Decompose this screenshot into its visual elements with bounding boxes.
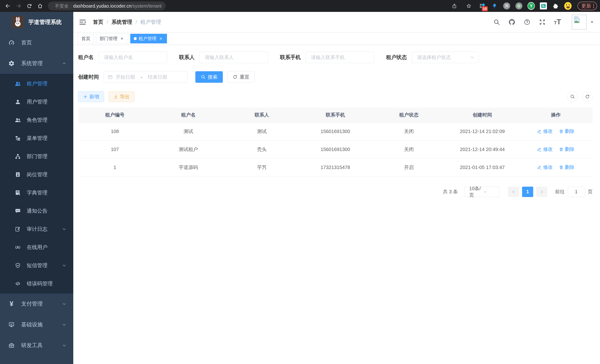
goto-page-input[interactable] xyxy=(568,187,585,197)
tab-label: 部门管理 xyxy=(100,36,117,42)
extension-grid-diamond[interactable]: 10 xyxy=(478,2,486,10)
chevron-down-icon xyxy=(62,343,67,348)
sidebar-item-post[interactable]: 岗位管理 xyxy=(0,166,73,184)
extension-y-logo[interactable]: Y xyxy=(527,2,535,10)
sidebar-item-dept[interactable]: 部门管理 xyxy=(0,147,73,166)
tab-home[interactable]: 首页 xyxy=(78,34,94,43)
tab-label: 首页 xyxy=(81,36,90,42)
cell-phone: 17321315478 xyxy=(299,159,372,177)
delete-link-label: 删除 xyxy=(565,164,575,170)
tenant-name-input[interactable] xyxy=(99,52,167,63)
sidebar-item-menu[interactable]: 菜单管理 xyxy=(0,129,73,147)
sidebar-item-sms[interactable]: 短信管理 xyxy=(0,256,73,275)
contact-input[interactable] xyxy=(199,52,268,63)
app-logo-row[interactable]: 芋道管理系统 xyxy=(0,12,73,32)
status-select[interactable]: 请选择租户状态 xyxy=(412,52,478,63)
sidebar-item-online-user[interactable]: 在线用户 xyxy=(0,238,73,256)
toggle-search-button[interactable] xyxy=(567,92,578,102)
extension-kite[interactable] xyxy=(491,2,498,10)
id-badge-icon xyxy=(15,172,21,177)
edit-link-label: 修改 xyxy=(543,146,553,152)
sidebar: 芋道管理系统 首页 系统管理 租户管理 用户管理 xyxy=(0,12,73,364)
phone-input[interactable] xyxy=(306,52,374,63)
close-icon[interactable]: × xyxy=(119,36,124,41)
sidebar-item-infra[interactable]: 基础设施 xyxy=(0,314,73,335)
end-date-placeholder: 结束日期 xyxy=(148,74,167,80)
filter-contact: 联系人 xyxy=(179,52,268,63)
browser-forward-button[interactable] xyxy=(14,1,23,11)
delete-link[interactable]: 删除 xyxy=(559,128,575,134)
dictionary-icon xyxy=(15,190,21,196)
cell-tenant-id: 108 xyxy=(78,122,151,140)
address-bar[interactable]: 不安全 dashboard.yudao.iocoder.cn/system/te… xyxy=(48,1,166,10)
reset-button[interactable]: 重置 xyxy=(227,71,255,83)
page-size-select[interactable]: 10条/页 xyxy=(465,187,500,197)
bookmark-star-button[interactable] xyxy=(464,1,474,11)
forward-arrow-icon xyxy=(16,3,21,9)
tab-tenant[interactable]: 租户管理 × xyxy=(130,34,167,43)
breadcrumb-system[interactable]: 系统管理 xyxy=(112,19,132,26)
extension-gray-dot[interactable] xyxy=(515,2,523,10)
header-search-button[interactable] xyxy=(493,19,500,26)
delete-link[interactable]: 删除 xyxy=(559,164,575,170)
search-button[interactable]: 搜索 xyxy=(195,71,223,83)
sidebar-item-dict[interactable]: 字典管理 xyxy=(0,184,73,202)
edit-link[interactable]: 修改 xyxy=(537,128,553,134)
close-icon[interactable]: × xyxy=(158,36,163,41)
extension-command[interactable]: ⌘ xyxy=(503,2,510,10)
date-range-picker[interactable]: 开始日期 - 结束日期 xyxy=(104,71,188,83)
breadcrumb-separator: / xyxy=(107,19,108,25)
sidebar-item-audit-log[interactable]: 审计日志 xyxy=(0,220,73,238)
table-toolbar: 新增 导出 xyxy=(78,91,593,102)
sidebar-item-devtools[interactable]: 研发工具 xyxy=(0,335,73,356)
sidebar-item-notice[interactable]: 通知公告 xyxy=(0,202,73,220)
calendar-icon xyxy=(108,75,113,80)
sidebar-item-user[interactable]: 用户管理 xyxy=(0,93,73,111)
sidebar-item-label: 租户管理 xyxy=(27,80,47,87)
browser-update-button[interactable]: 更新 xyxy=(578,2,597,10)
sidebar-item-home[interactable]: 首页 xyxy=(0,32,73,53)
edit-link[interactable]: 修改 xyxy=(537,164,553,170)
puzzle-icon xyxy=(553,3,559,9)
table-row[interactable]: 1 芋道源码 芋艿 17321315478 开启 2021-01-05 17:0… xyxy=(78,159,593,177)
refresh-table-button[interactable] xyxy=(582,92,593,102)
cell-created: 2021-12-14 20:49:44 xyxy=(446,140,519,159)
font-size-button[interactable]: TT xyxy=(554,18,561,26)
user-avatar-menu[interactable] xyxy=(572,15,594,29)
help-button[interactable] xyxy=(524,19,531,26)
breadcrumb-home[interactable]: 首页 xyxy=(93,19,103,26)
page-number-current[interactable]: 1 xyxy=(522,187,533,197)
extension-emoji[interactable] xyxy=(564,2,572,10)
github-link[interactable] xyxy=(508,19,516,26)
edit-link[interactable]: 修改 xyxy=(537,146,553,152)
fullscreen-button[interactable] xyxy=(539,19,546,26)
next-page-button[interactable] xyxy=(536,187,547,197)
sidebar-item-role[interactable]: 角色管理 xyxy=(0,111,73,129)
prev-page-button[interactable] xyxy=(508,187,519,197)
browser-reload-button[interactable] xyxy=(25,1,34,11)
add-button[interactable]: 新增 xyxy=(78,91,104,102)
export-button[interactable]: 导出 xyxy=(109,91,134,102)
sidebar-collapse-button[interactable] xyxy=(78,18,87,26)
browser-back-button[interactable] xyxy=(3,1,13,11)
sidebar-item-tenant[interactable]: 租户管理 xyxy=(0,75,73,93)
table-row[interactable]: 108 测试 测试 15601691300 关闭 2021-12-14 21:0… xyxy=(78,122,593,140)
pagination: 共 3 条 10条/页 1 前往 页 xyxy=(78,187,593,197)
browser-home-button[interactable] xyxy=(35,1,45,11)
cell-status: 关闭 xyxy=(372,140,446,159)
share-button[interactable] xyxy=(450,1,459,11)
extension-puzzle[interactable] xyxy=(552,2,559,10)
filter-tenant-name: 租户名 xyxy=(78,52,167,63)
sidebar-item-label: 通知公告 xyxy=(27,207,47,215)
sidebar-item-system[interactable]: 系统管理 xyxy=(0,53,73,74)
col-contact: 联系人 xyxy=(225,108,299,122)
tab-dept[interactable]: 部门管理 × xyxy=(96,34,128,43)
extension-green-doc[interactable] xyxy=(540,2,547,10)
sidebar-item-error-code[interactable]: 错误码管理 xyxy=(0,275,73,293)
sidebar-item-label: 用户管理 xyxy=(27,98,47,105)
delete-link[interactable]: 删除 xyxy=(559,146,575,152)
sidebar-item-payment[interactable]: ¥ 支付管理 xyxy=(0,293,73,314)
table-row[interactable]: 107 测试租户 秃头 15601691300 关闭 2021-12-14 20… xyxy=(78,140,593,159)
cell-contact: 测试 xyxy=(225,122,299,140)
cell-tenant-id: 107 xyxy=(78,140,151,159)
